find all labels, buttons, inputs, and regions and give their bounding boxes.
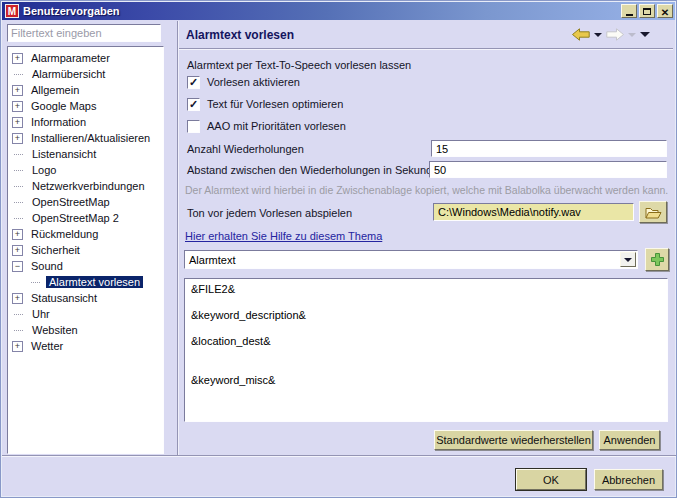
plus-icon <box>650 252 665 267</box>
checkbox-row: AAO mit Prioritäten vorlesen <box>187 115 346 137</box>
tree-item-label: Google Maps <box>28 100 99 112</box>
expand-icon[interactable]: + <box>12 117 23 128</box>
tree-branch-line <box>14 314 23 315</box>
tree-item-label: Listenansicht <box>29 148 99 160</box>
checkbox-label: Text für Vorlesen optimieren <box>207 98 343 110</box>
open-folder-icon <box>645 206 662 219</box>
maximize-button[interactable] <box>639 4 655 18</box>
tree-branch-line <box>14 218 23 219</box>
app-icon: M <box>5 4 19 18</box>
minimize-button[interactable] <box>621 4 637 18</box>
expand-icon[interactable]: + <box>12 101 23 112</box>
tree-item-google-maps[interactable]: +Google Maps <box>11 98 163 114</box>
tree-item-label: Information <box>28 116 89 128</box>
repeat-interval-input[interactable] <box>429 161 667 178</box>
close-icon <box>661 2 669 20</box>
checkbox-checked-icon[interactable]: ✓ <box>187 98 200 111</box>
tree-item-label: Wetter <box>28 340 66 352</box>
tree-item-allgemein[interactable]: +Allgemein <box>11 82 163 98</box>
tree-item-alarm-bersicht[interactable]: Alarmübersicht <box>11 66 163 82</box>
template-select-value: Alarmtext <box>185 254 620 266</box>
sound-file-input[interactable] <box>433 203 634 221</box>
forward-history-dropdown[interactable] <box>628 33 636 37</box>
tree-item-alarmparameter[interactable]: +Alarmparameter <box>11 50 163 66</box>
back-button[interactable] <box>572 28 590 41</box>
help-link[interactable]: Hier erhalten Sie Hilfe zu diesem Thema <box>185 230 382 242</box>
tree-item-label: Installieren/Aktualisieren <box>28 132 153 144</box>
tree-item-label: Alarmtext vorlesen <box>46 276 143 288</box>
chevron-down-icon <box>594 33 602 37</box>
header-divider <box>179 48 673 49</box>
apply-button[interactable]: Anwenden <box>599 430 660 450</box>
tree-item-installieren-aktualisieren[interactable]: +Installieren/Aktualisieren <box>11 130 163 146</box>
tree-item-label: Sound <box>28 260 66 272</box>
expand-icon[interactable]: + <box>12 293 23 304</box>
filter-input[interactable] <box>7 24 161 42</box>
forward-button[interactable] <box>606 28 624 41</box>
tree-item-openstreetmap[interactable]: OpenStreetMap <box>11 194 163 210</box>
forward-arrow-icon <box>606 28 624 41</box>
tree-item-wetter[interactable]: +Wetter <box>11 338 163 354</box>
tree-item-sicherheit[interactable]: +Sicherheit <box>11 242 163 258</box>
repeat-count-label: Anzahl Wiederholungen <box>187 143 304 155</box>
tree-branch-line <box>14 202 23 203</box>
tree-branch-line <box>31 282 40 283</box>
expand-icon[interactable]: + <box>12 53 23 64</box>
checkbox-group: ✓Vorlesen aktivieren✓Text für Vorlesen o… <box>187 71 346 137</box>
tree-item-label: Alarmparameter <box>28 52 113 64</box>
tree-item-label: Rückmeldung <box>28 228 101 240</box>
expand-icon[interactable]: + <box>12 245 23 256</box>
vertical-splitter[interactable] <box>177 21 178 455</box>
tree-item-listenansicht[interactable]: Listenansicht <box>11 146 163 162</box>
checkbox-unchecked-icon[interactable] <box>187 120 200 133</box>
page-menu-dropdown[interactable] <box>640 32 650 37</box>
template-select[interactable]: Alarmtext <box>184 250 638 269</box>
tree-item-label: Logo <box>29 164 59 176</box>
tree-item-sound[interactable]: −Sound <box>11 258 163 274</box>
tree-item-label: Netzwerkverbindungen <box>29 180 148 192</box>
tree-item-logo[interactable]: Logo <box>11 162 163 178</box>
back-history-dropdown[interactable] <box>594 33 602 37</box>
sound-file-label: Ton vor jedem Vorlesen abspielen <box>187 207 352 219</box>
tree-item-alarmtext-vorlesen[interactable]: Alarmtext vorlesen <box>11 274 163 290</box>
ok-button[interactable]: OK <box>516 469 586 490</box>
tree-branch-line <box>14 170 23 171</box>
template-text-area[interactable]: &FILE2& &keyword_description& &location_… <box>184 278 668 422</box>
minimize-icon <box>626 14 633 16</box>
footer-divider <box>2 455 677 456</box>
tree-item-websiten[interactable]: Websiten <box>11 322 163 338</box>
tree-item-label: Websiten <box>29 324 81 336</box>
settings-tree[interactable]: +AlarmparameterAlarmübersicht+Allgemein+… <box>7 46 164 454</box>
expand-icon[interactable]: + <box>12 341 23 352</box>
intro-text: Alarmtext per Text-To-Speech vorlesen la… <box>187 59 411 71</box>
close-button[interactable] <box>657 4 673 18</box>
tree-item-statusansicht[interactable]: +Statusansicht <box>11 290 163 306</box>
restore-defaults-button[interactable]: Standardwerte wiederherstellen <box>434 430 593 450</box>
preferences-window: M Benutzervorgaben +AlarmparameterAlarmü… <box>0 0 677 498</box>
tree-item-uhr[interactable]: Uhr <box>11 306 163 322</box>
cancel-button[interactable]: Abbrechen <box>594 469 663 490</box>
expand-icon[interactable]: + <box>12 133 23 144</box>
tree-branch-line <box>14 330 23 331</box>
tree-item-label: Alarmübersicht <box>29 68 108 80</box>
chevron-down-icon <box>624 258 632 262</box>
collapse-icon[interactable]: − <box>12 261 23 272</box>
tree-branch-line <box>14 186 23 187</box>
tree-branch-line <box>14 154 23 155</box>
combo-dropdown-button[interactable] <box>620 252 636 267</box>
tree-item-label: Statusansicht <box>28 292 100 304</box>
expand-icon[interactable]: + <box>12 85 23 96</box>
repeat-count-input[interactable] <box>431 140 667 157</box>
tree-item-openstreetmap-2[interactable]: OpenStreetMap 2 <box>11 210 163 226</box>
history-nav <box>572 28 650 41</box>
tree-item-information[interactable]: +Information <box>11 114 163 130</box>
checkbox-row: ✓Text für Vorlesen optimieren <box>187 93 346 115</box>
add-template-button[interactable] <box>645 248 669 271</box>
expand-icon[interactable]: + <box>12 229 23 240</box>
tree-item-netzwerkverbindungen[interactable]: Netzwerkverbindungen <box>11 178 163 194</box>
back-arrow-icon <box>572 28 590 41</box>
checkbox-row: ✓Vorlesen aktivieren <box>187 71 346 93</box>
tree-item-r-ckmeldung[interactable]: +Rückmeldung <box>11 226 163 242</box>
browse-file-button[interactable] <box>639 201 667 223</box>
checkbox-checked-icon[interactable]: ✓ <box>187 76 200 89</box>
